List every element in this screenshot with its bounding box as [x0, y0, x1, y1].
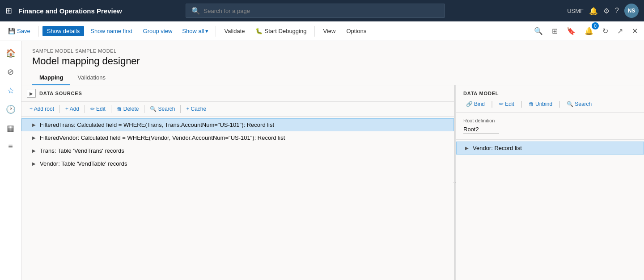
delete-button[interactable]: 🗑 Delete — [114, 104, 142, 113]
sidebar-filter-icon[interactable]: ⊘ — [4, 63, 17, 80]
toolbar-right: 🔍 ⊞ 🔖 🔔 0 ↻ ↗ ✕ — [531, 25, 640, 37]
panel-title: DATA SOURCES — [39, 91, 82, 96]
sidebar-grid-icon[interactable]: ▦ — [3, 120, 18, 137]
dm-search-icon: 🔍 — [567, 101, 573, 107]
dm-title: DATA MODEL — [463, 91, 637, 96]
validate-button[interactable]: Validate — [220, 26, 249, 36]
main-layout: 🏠 ⊘ ☆ 🕐 ▦ ≡ SAMPLE MODEL SAMPLE MODEL Mo… — [0, 41, 644, 280]
panel-sep-3 — [111, 105, 111, 113]
main-toolbar: 💾 Save Show details Show name first Grou… — [0, 21, 644, 41]
root-definition-value[interactable]: Root2 — [463, 126, 499, 134]
left-sidebar: 🏠 ⊘ ☆ 🕐 ▦ ≡ — [0, 41, 21, 280]
settings-icon[interactable]: ⚙ — [603, 7, 610, 15]
cache-button[interactable]: + Cache — [183, 104, 209, 113]
expand-icon-1[interactable]: ▶ — [31, 135, 37, 141]
view-button[interactable]: View — [318, 26, 340, 36]
search-toolbar-button[interactable]: 🔍 — [531, 25, 546, 37]
start-debugging-button[interactable]: 🐛 Start Debugging — [251, 26, 311, 36]
data-model-panel: DATA MODEL 🔗 Bind | ✏ Edit | — [456, 85, 644, 280]
save-icon: 💾 — [8, 28, 15, 34]
bell-icon[interactable]: 🔔 — [589, 7, 598, 15]
chevron-down-icon: ▾ — [205, 28, 208, 34]
show-details-button[interactable]: Show details — [42, 26, 85, 36]
debug-icon: 🐛 — [255, 28, 263, 34]
sidebar-list-icon[interactable]: ≡ — [4, 138, 17, 155]
sidebar-history-icon[interactable]: 🕐 — [2, 101, 19, 118]
save-button[interactable]: 💾 Save — [4, 26, 35, 36]
breadcrumb: SAMPLE MODEL SAMPLE MODEL — [32, 48, 633, 54]
tab-mapping[interactable]: Mapping — [32, 71, 70, 85]
avatar[interactable]: NS — [624, 4, 639, 18]
content-area: SAMPLE MODEL SAMPLE MODEL Model mapping … — [21, 41, 644, 280]
panel-sep-1 — [59, 105, 60, 113]
dm-search-button[interactable]: 🔍 Search — [564, 100, 594, 109]
panel-header: ▶ DATA SOURCES — [21, 85, 454, 102]
panel-sep-2 — [85, 105, 85, 113]
panel-toolbar: + Add root + Add ✏ Edit 🗑 Delete — [21, 102, 454, 117]
usmf-label[interactable]: USMF — [567, 8, 584, 14]
dm-header: DATA MODEL 🔗 Bind | ✏ Edit | — [456, 85, 644, 113]
bind-icon: 🔗 — [466, 101, 473, 107]
designer-area: ▶ DATA SOURCES + Add root + Add ✏ Edit — [21, 85, 644, 280]
bind-button[interactable]: 🔗 Bind — [463, 100, 487, 109]
tree-item-filtered-trans[interactable]: ▶ FilteredTrans: Calculated field = WHER… — [21, 118, 454, 131]
page-header: SAMPLE MODEL SAMPLE MODEL Model mapping … — [21, 41, 644, 71]
bookmark-icon[interactable]: 🔖 — [564, 25, 578, 37]
notification-badge: 🔔 0 — [582, 25, 596, 37]
dm-expand-icon-0[interactable]: ▶ — [464, 145, 470, 151]
nav-right: USMF 🔔 ⚙ ? NS — [567, 4, 639, 18]
root-definition-section: Root definition Root2 — [456, 113, 644, 140]
add-root-button[interactable]: + Add root — [27, 104, 57, 113]
top-navigation: ⊞ Finance and Operations Preview 🔍 USMF … — [0, 0, 644, 21]
search-button[interactable]: 🔍 Search — [147, 104, 178, 113]
cache-icon: + — [186, 106, 189, 112]
popout-icon[interactable]: ↗ — [614, 25, 626, 37]
group-view-button[interactable]: Group view — [139, 26, 177, 36]
toolbar-separator-3 — [314, 26, 315, 37]
dm-edit-icon: ✏ — [499, 101, 504, 107]
badge-count: 0 — [592, 22, 599, 29]
global-search[interactable]: 🔍 — [186, 4, 445, 18]
edit-icon: ✏ — [90, 106, 95, 112]
panel-sep-4 — [144, 105, 144, 113]
dm-toolbar: 🔗 Bind | ✏ Edit | 🗑 Unbind — [463, 100, 637, 109]
dm-edit-button[interactable]: ✏ Edit — [496, 100, 517, 109]
options-button[interactable]: Options — [342, 26, 371, 36]
global-search-input[interactable] — [204, 8, 439, 14]
sidebar-star-icon[interactable]: ☆ — [4, 82, 18, 99]
expand-icon[interactable]: ⊞ — [549, 25, 560, 37]
tree-item-filtered-vendor[interactable]: ▶ FilteredVendor: Calculated field = WHE… — [21, 131, 454, 144]
page-title: Model mapping designer — [32, 55, 633, 67]
show-name-button[interactable]: Show name first — [86, 26, 136, 36]
search-icon-ds: 🔍 — [150, 106, 157, 112]
tree-content: ▶ FilteredTrans: Calculated field = WHER… — [21, 117, 454, 280]
grid-icon[interactable]: ⊞ — [5, 6, 12, 16]
root-definition-label: Root definition — [463, 118, 637, 123]
edit-button[interactable]: ✏ Edit — [88, 104, 108, 113]
tree-item-vendor[interactable]: ▶ Vendor: Table 'VendTable' records — [21, 157, 454, 170]
toolbar-separator-1 — [38, 26, 39, 37]
delete-icon: 🗑 — [117, 106, 122, 112]
tab-validations[interactable]: Validations — [70, 71, 113, 85]
toolbar-separator-2 — [216, 26, 216, 37]
data-sources-panel: ▶ DATA SOURCES + Add root + Add ✏ Edit — [21, 85, 454, 280]
panel-toggle-button[interactable]: ▶ — [27, 89, 36, 98]
expand-icon-3[interactable]: ▶ — [31, 161, 37, 167]
expand-icon-0[interactable]: ▶ — [31, 122, 37, 128]
tree-item-trans[interactable]: ▶ Trans: Table 'VendTrans' records — [21, 144, 454, 157]
unbind-icon: 🗑 — [529, 101, 534, 107]
dm-tree-item-vendor[interactable]: ▶ Vendor: Record list — [456, 142, 644, 155]
tab-bar: Mapping Validations — [21, 71, 644, 85]
panel-sep-5 — [180, 105, 181, 113]
sidebar-home-icon[interactable]: 🏠 — [2, 45, 19, 62]
add-button[interactable]: + Add — [63, 104, 82, 113]
app-title: Finance and Operations Preview — [18, 7, 122, 15]
expand-icon-2[interactable]: ▶ — [31, 148, 37, 154]
search-icon: 🔍 — [191, 7, 200, 15]
close-icon[interactable]: ✕ — [629, 25, 640, 37]
unbind-button[interactable]: 🗑 Unbind — [526, 100, 555, 109]
dm-tree: ▶ Vendor: Record list — [456, 140, 644, 280]
show-all-button[interactable]: Show all ▾ — [178, 26, 212, 36]
refresh-icon[interactable]: ↻ — [600, 25, 611, 37]
help-icon[interactable]: ? — [615, 7, 619, 15]
